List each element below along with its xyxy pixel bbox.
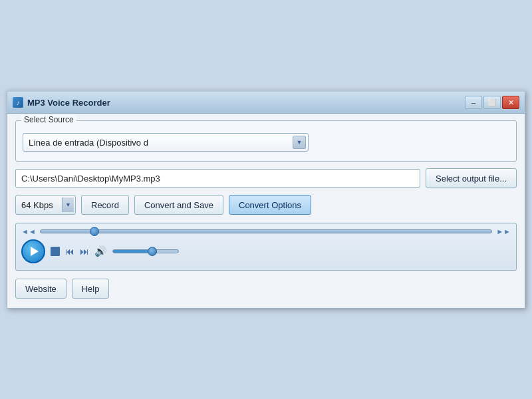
stop-button[interactable] <box>51 247 60 256</box>
app-icon: ♪ <box>13 97 23 108</box>
skip-forward-button[interactable]: ⏭ <box>80 246 89 257</box>
title-bar: ♪ MP3 Voice Recorder – ⬜ ✕ <box>7 92 525 114</box>
bottom-row: Website Help <box>15 279 517 299</box>
source-dropdown-wrapper: Línea de entrada (Dispositivo dMicrófono… <box>23 133 309 152</box>
seek-thumb[interactable] <box>90 227 99 236</box>
source-dropdown-container: Línea de entrada (Dispositivo dMicrófono… <box>23 133 509 152</box>
close-button[interactable]: ✕ <box>502 96 519 109</box>
volume-slider[interactable] <box>112 249 179 253</box>
seek-row: ◄◄ ►► <box>21 227 511 235</box>
minimize-button[interactable]: – <box>465 96 482 109</box>
content-area: Select Source Línea de entrada (Disposit… <box>7 114 525 308</box>
seek-fast-back-icon[interactable]: ◄◄ <box>21 227 36 235</box>
seek-track[interactable] <box>40 229 492 233</box>
player-section: ◄◄ ►► ⏮ ⏭ 🔊 <box>15 223 517 271</box>
website-button[interactable]: Website <box>15 279 66 299</box>
seek-fast-fwd-icon[interactable]: ►► <box>496 227 511 235</box>
play-icon <box>31 247 39 256</box>
select-output-button[interactable]: Select output file... <box>426 168 517 188</box>
source-group: Select Source Línea de entrada (Disposit… <box>15 120 517 162</box>
restore-button[interactable]: ⬜ <box>483 96 501 109</box>
volume-thumb[interactable] <box>148 247 157 256</box>
source-dropdown[interactable]: Línea de entrada (Dispositivo dMicrófono… <box>23 133 309 152</box>
help-button[interactable]: Help <box>72 279 110 299</box>
convert-options-button[interactable]: Convert Options <box>229 195 311 215</box>
source-group-label: Select Source <box>21 115 76 124</box>
bitrate-select[interactable]: 64 Kbps128 Kbps192 Kbps256 Kbps320 Kbps <box>15 195 76 215</box>
stop-icon <box>51 247 60 256</box>
title-buttons: – ⬜ ✕ <box>465 96 519 109</box>
record-button[interactable]: Record <box>81 195 129 215</box>
volume-icon: 🔊 <box>94 245 107 257</box>
skip-back-button[interactable]: ⏮ <box>65 246 74 257</box>
convert-save-button[interactable]: Convert and Save <box>134 195 223 215</box>
output-path-input[interactable] <box>15 169 420 188</box>
title-bar-left: ♪ MP3 Voice Recorder <box>13 97 110 108</box>
play-button[interactable] <box>21 239 45 263</box>
player-controls-row: ⏮ ⏭ 🔊 <box>21 239 511 263</box>
bitrate-wrapper: 64 Kbps128 Kbps192 Kbps256 Kbps320 Kbps … <box>15 195 76 215</box>
controls-row: 64 Kbps128 Kbps192 Kbps256 Kbps320 Kbps … <box>15 195 517 215</box>
output-row: Select output file... <box>15 168 517 188</box>
main-window: ♪ MP3 Voice Recorder – ⬜ ✕ Select Source… <box>7 90 525 309</box>
window-title: MP3 Voice Recorder <box>27 98 110 108</box>
